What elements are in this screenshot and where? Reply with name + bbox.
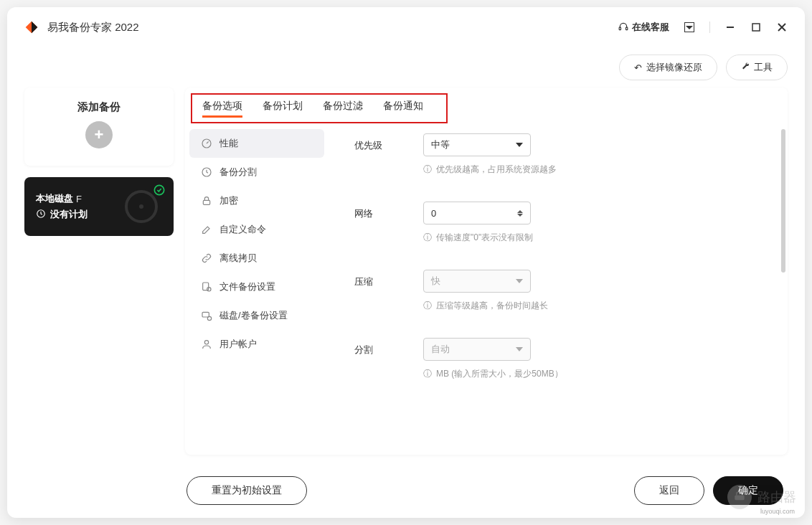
file-gear-icon: [201, 281, 212, 293]
svg-rect-15: [202, 312, 209, 317]
user-icon: [201, 339, 212, 350]
tools-button[interactable]: 工具: [726, 55, 788, 80]
svg-marker-1: [32, 22, 37, 34]
ok-button[interactable]: 确定: [713, 476, 783, 505]
field-network: 网络 0 ⓘ传输速度"0"表示没有限制: [354, 202, 770, 244]
network-spinner[interactable]: 0: [423, 202, 531, 224]
restore-label: 选择镜像还原: [646, 61, 702, 74]
titlebar: 易我备份专家 2022 在线客服: [7, 7, 805, 47]
info-icon: ⓘ: [423, 164, 432, 176]
nav-performance[interactable]: 性能: [189, 129, 324, 158]
wrench-icon: [741, 62, 750, 73]
field-compress: 压缩 快 ⓘ压缩等级越高，备份时间越长: [354, 270, 770, 312]
svg-rect-2: [619, 27, 620, 30]
minimize-button[interactable]: [724, 22, 736, 33]
split-hint: MB (输入所需大小，最少50MB）: [436, 368, 563, 380]
link-icon: [201, 252, 212, 264]
tools-label: 工具: [754, 61, 773, 74]
chevron-down-icon: [516, 143, 523, 147]
watermark-domain: luyouqi.com: [760, 508, 795, 515]
clock-icon: [36, 209, 46, 221]
compress-select[interactable]: 快: [423, 270, 531, 293]
split-select[interactable]: 自动: [423, 338, 531, 361]
info-icon: ⓘ: [423, 232, 432, 244]
network-label: 网络: [354, 202, 395, 220]
back-arrow-icon: ↶: [634, 62, 642, 73]
compress-hint: 压缩等级越高，备份时间越长: [436, 300, 548, 312]
plus-icon: +: [95, 126, 104, 144]
nav-disk-backup-settings[interactable]: 磁盘/卷备份设置: [185, 301, 329, 330]
titlebar-right: 在线客服: [618, 21, 788, 34]
field-priority: 优先级 中等 ⓘ优先级越高，占用系统资源越多: [354, 133, 770, 176]
dropdown-menu-button[interactable]: [684, 22, 695, 33]
tab-backup-options[interactable]: 备份选项: [202, 88, 242, 125]
disk-letter: F: [76, 194, 82, 204]
nav-offline-copy[interactable]: 离线拷贝: [185, 244, 329, 273]
clock-icon: [201, 166, 212, 178]
add-backup-button[interactable]: +: [85, 121, 113, 148]
svg-rect-13: [203, 283, 209, 290]
priority-hint: 优先级越高，占用系统资源越多: [436, 164, 557, 176]
svg-rect-5: [752, 24, 760, 31]
chevron-down-icon: [516, 279, 523, 283]
svg-point-17: [204, 341, 208, 344]
disk-gear-icon: [201, 310, 212, 321]
body-area: 添加备份 + 本地磁盘 F 没有计划 备份选项: [7, 88, 805, 463]
settings-nav: 性能 备份分割 加密 自定义命令 离线拷贝 文件备份设置 磁盘/卷备份设置 用户…: [185, 125, 329, 455]
edit-icon: [201, 224, 212, 235]
svg-rect-3: [626, 27, 628, 30]
svg-rect-12: [203, 200, 209, 204]
close-button[interactable]: [776, 22, 788, 33]
tabs: 备份选项 备份计划 备份过滤 备份通知: [185, 88, 788, 125]
reset-button[interactable]: 重置为初始设置: [187, 476, 307, 505]
back-button[interactable]: 返回: [634, 476, 704, 505]
scrollbar[interactable]: [781, 129, 785, 273]
split-label: 分割: [354, 338, 395, 356]
info-icon: ⓘ: [423, 368, 432, 380]
app-window: 易我备份专家 2022 在线客服 ↶ 选择镜像还原 工具 添加备份: [7, 7, 805, 518]
maximize-button[interactable]: [750, 22, 762, 33]
tab-backup-notify[interactable]: 备份通知: [383, 88, 423, 125]
lock-icon: [201, 195, 212, 207]
tab-backup-filter[interactable]: 备份过滤: [323, 88, 363, 125]
nav-custom-cmd[interactable]: 自定义命令: [185, 215, 329, 244]
gauge-icon: [201, 138, 212, 149]
network-hint: 传输速度"0"表示没有限制: [436, 232, 533, 244]
online-service-link[interactable]: 在线客服: [618, 21, 669, 34]
nav-encrypt[interactable]: 加密: [185, 186, 329, 215]
disk-name: 本地磁盘: [36, 192, 73, 205]
content-row: 性能 备份分割 加密 自定义命令 离线拷贝 文件备份设置 磁盘/卷备份设置 用户…: [185, 125, 788, 455]
tab-backup-plan[interactable]: 备份计划: [263, 88, 303, 125]
chevron-down-icon: [516, 347, 523, 351]
restore-image-button[interactable]: ↶ 选择镜像还原: [619, 55, 717, 80]
info-icon: ⓘ: [423, 300, 432, 312]
settings-form: 优先级 中等 ⓘ优先级越高，占用系统资源越多 网络 0 ⓘ传输速度"0"表示没有…: [329, 125, 788, 455]
action-row: ↶ 选择镜像还原 工具: [7, 47, 805, 88]
priority-label: 优先级: [354, 133, 395, 152]
backup-task-card[interactable]: 本地磁盘 F 没有计划: [24, 177, 174, 236]
app-logo-icon: [24, 20, 39, 34]
compress-label: 压缩: [354, 270, 395, 288]
app-title: 易我备份专家 2022: [47, 21, 139, 34]
svg-point-16: [207, 316, 211, 320]
left-column: 添加备份 + 本地磁盘 F 没有计划: [24, 88, 174, 455]
svg-point-14: [207, 288, 211, 291]
main-panel: 备份选项 备份计划 备份过滤 备份通知 性能 备份分割 加密 自定义命令 离线拷…: [185, 88, 788, 455]
tabs-container: 备份选项 备份计划 备份过滤 备份通知: [185, 88, 788, 125]
add-backup-title: 添加备份: [77, 100, 121, 114]
nav-split[interactable]: 备份分割: [185, 158, 329, 186]
field-split: 分割 自动 ⓘMB (输入所需大小，最少50MB）: [354, 338, 770, 380]
headset-icon: [618, 22, 628, 34]
no-plan-label: 没有计划: [50, 208, 88, 221]
nav-file-backup-settings[interactable]: 文件备份设置: [185, 273, 329, 301]
spinner-arrows-icon: [517, 210, 523, 217]
check-circle-icon: [154, 184, 165, 199]
priority-select[interactable]: 中等: [423, 133, 531, 156]
nav-user-account[interactable]: 用户帐户: [185, 330, 329, 359]
add-backup-card: 添加备份 +: [24, 88, 174, 166]
online-service-label: 在线客服: [632, 21, 669, 34]
divider: [709, 22, 710, 33]
bottom-row: 重置为初始设置 返回 确定: [7, 463, 805, 518]
